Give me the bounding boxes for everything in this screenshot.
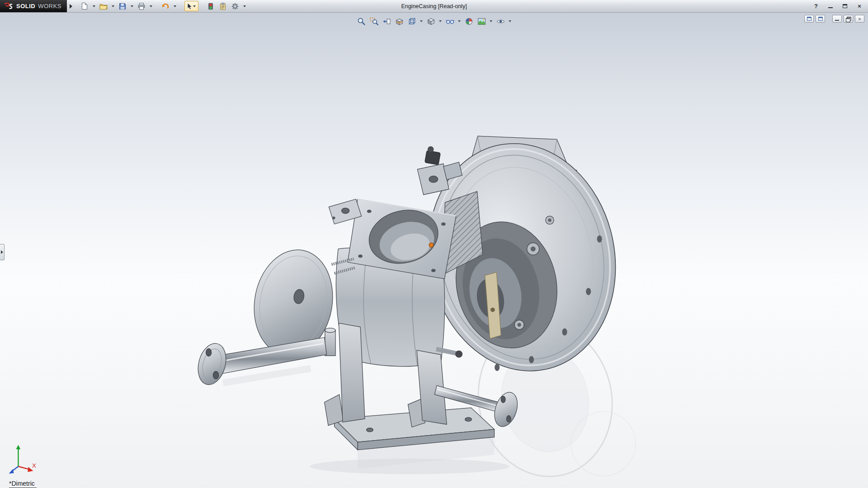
save-button[interactable] <box>118 1 127 11</box>
window-pane-button-1[interactable] <box>804 15 814 23</box>
solidworks-brand: SOLIDWORKS <box>0 0 67 12</box>
menu-flyout-arrow[interactable] <box>70 4 72 9</box>
selection-point-marker <box>429 243 434 247</box>
minimize-button[interactable] <box>826 2 835 10</box>
document-restore-button[interactable] <box>844 15 853 23</box>
graphics-viewport[interactable]: X <box>0 13 868 488</box>
print-button[interactable] <box>137 1 146 11</box>
titlebar: SOLIDWORKS <box>0 0 868 13</box>
edit-appearance-icon <box>465 17 473 26</box>
reference-triad: X <box>9 445 36 474</box>
new-document-icon <box>80 2 88 10</box>
options-dropdown-arrow[interactable] <box>243 5 246 7</box>
previous-view-button[interactable] <box>381 16 392 27</box>
minimize-icon <box>828 4 833 8</box>
view-orientation-dropdown-arrow[interactable] <box>420 20 423 22</box>
maximize-icon <box>843 4 847 8</box>
zoom-to-fit-icon <box>357 17 366 26</box>
view-settings-dropdown-arrow[interactable] <box>509 20 511 22</box>
file-properties-icon <box>220 3 226 10</box>
section-view-icon <box>395 17 404 26</box>
pane-icon <box>807 17 811 21</box>
view-orientation-label: *Dimetric <box>9 480 37 488</box>
display-style-button[interactable] <box>425 16 436 27</box>
rebuild-button[interactable] <box>206 1 216 11</box>
save-dropdown-arrow[interactable] <box>131 5 133 7</box>
zoom-to-area-icon <box>370 17 378 26</box>
undo-arrow-icon <box>161 3 169 10</box>
brand-text-bold: SOLID <box>16 3 35 9</box>
new-document-button[interactable] <box>80 1 90 11</box>
open-dropdown-arrow[interactable] <box>112 5 114 7</box>
maximize-button[interactable] <box>841 2 849 10</box>
document-restore-icon <box>846 17 851 21</box>
zoom-to-area-button[interactable] <box>368 16 379 27</box>
select-cursor-icon <box>186 3 192 10</box>
view-settings-eye-icon <box>496 17 505 26</box>
close-button[interactable]: × <box>855 2 863 10</box>
edit-appearance-button[interactable] <box>463 16 474 27</box>
hide-show-dropdown-arrow[interactable] <box>458 20 461 22</box>
expand-panel-arrow-icon <box>1 250 3 254</box>
select-tool-button[interactable] <box>184 1 198 11</box>
file-properties-button[interactable] <box>218 1 228 11</box>
pane-icon <box>818 17 823 21</box>
options-gear-icon <box>231 3 239 10</box>
brand-text-light: WORKS <box>38 3 61 9</box>
view-orientation-button[interactable] <box>406 16 417 27</box>
headsup-view-toolbar <box>354 15 514 28</box>
window-title: EngineCasing [Read-only] <box>401 3 467 9</box>
engine-casing-model[interactable]: X <box>0 13 868 488</box>
display-style-icon <box>427 17 435 26</box>
print-icon <box>137 3 146 10</box>
view-orientation-icon <box>408 17 416 26</box>
apply-scene-dropdown-arrow[interactable] <box>490 20 492 22</box>
section-view-button[interactable] <box>394 16 405 27</box>
select-dropdown-arrow[interactable] <box>193 5 196 7</box>
apply-scene-button[interactable] <box>476 16 487 27</box>
print-dropdown-arrow[interactable] <box>150 5 152 7</box>
document-minimize-icon <box>835 17 839 21</box>
hide-show-glasses-icon <box>446 17 454 26</box>
document-close-icon: × <box>858 16 861 22</box>
view-settings-button[interactable] <box>495 16 506 27</box>
solidworks-window: SOLIDWORKS <box>0 0 868 488</box>
document-window-controls: × <box>804 15 864 23</box>
axis-y-arrow <box>16 445 21 449</box>
axis-x-label: X <box>32 462 36 469</box>
zoom-to-fit-button[interactable] <box>356 16 367 27</box>
hide-show-items-button[interactable] <box>444 16 455 27</box>
help-button[interactable]: ? <box>812 2 820 10</box>
open-button[interactable] <box>99 1 108 11</box>
3ds-logo-icon <box>4 3 14 10</box>
rebuild-stoplight-icon <box>208 3 213 10</box>
main-toolbar <box>80 1 247 11</box>
apply-scene-icon <box>477 17 486 26</box>
save-floppy-icon <box>119 3 126 10</box>
featuremanager-collapsed-tab[interactable] <box>0 244 5 260</box>
window-controls: ? × <box>812 2 868 10</box>
display-style-dropdown-arrow[interactable] <box>439 20 442 22</box>
previous-view-icon <box>382 17 391 26</box>
window-pane-button-2[interactable] <box>816 15 825 23</box>
open-folder-icon <box>99 3 108 10</box>
document-close-button[interactable]: × <box>855 15 864 23</box>
undo-button[interactable] <box>160 1 170 11</box>
options-button[interactable] <box>230 1 240 11</box>
undo-dropdown-arrow[interactable] <box>174 5 176 7</box>
document-minimize-button[interactable] <box>832 15 842 23</box>
new-dropdown-arrow[interactable] <box>93 5 95 7</box>
